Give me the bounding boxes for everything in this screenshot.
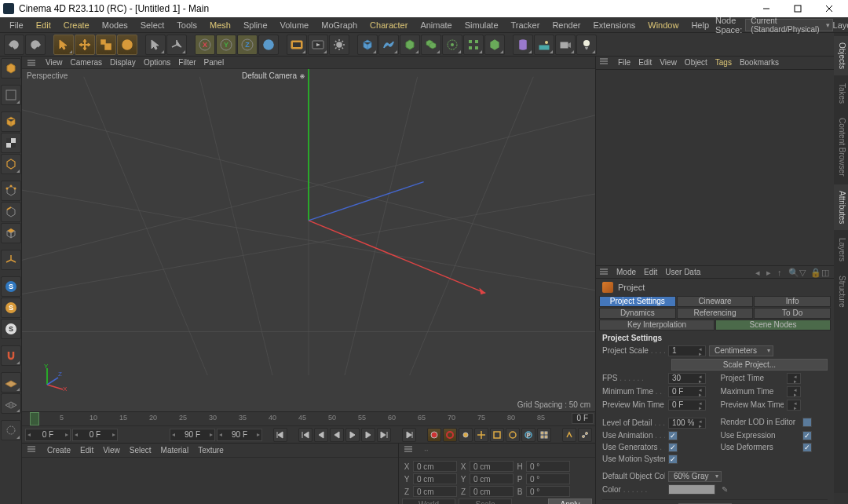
vtab-objects[interactable]: Objects [834, 36, 848, 75]
minimize-button[interactable] [751, 0, 782, 17]
key-rotate[interactable] [506, 428, 520, 442]
mograph-tool[interactable] [463, 35, 484, 55]
attr-menu-icon[interactable] [599, 268, 609, 277]
menu-simulate[interactable]: Simulate [459, 17, 505, 32]
attr-tab-project-settings[interactable]: Project Settings [599, 296, 676, 307]
menu-edit[interactable]: Edit [30, 17, 57, 32]
prev-frame[interactable] [314, 428, 328, 442]
menu-file[interactable]: File [3, 17, 30, 32]
timeline[interactable]: 051015202530354045505560657075808590 0 F [22, 411, 595, 425]
coord-pos-z[interactable]: 0 cm [413, 486, 457, 497]
key-params[interactable]: P [521, 428, 535, 442]
deformer[interactable] [513, 35, 533, 55]
key-toggle-2[interactable] [578, 428, 592, 442]
rlod-check[interactable] [802, 418, 812, 427]
model-mode[interactable] [1, 58, 21, 79]
attr-userdata[interactable]: User Data [665, 268, 700, 276]
menu-select[interactable]: Select [134, 17, 171, 32]
generator-2[interactable] [421, 35, 441, 55]
color-swatch[interactable] [668, 484, 715, 495]
viewport-menu-icon[interactable] [25, 57, 38, 68]
close-button[interactable] [813, 0, 845, 17]
obj-file[interactable]: File [618, 58, 631, 67]
scale-field[interactable]: 1 [668, 345, 706, 356]
anim-check[interactable] [668, 431, 678, 440]
objcolor-combo[interactable]: 60% Gray [668, 471, 722, 482]
obj-view[interactable]: View [660, 58, 677, 67]
mat-texture[interactable]: Texture [198, 446, 224, 455]
autokey[interactable] [443, 428, 457, 442]
def-check[interactable] [802, 443, 812, 452]
mat-menu-icon[interactable] [27, 445, 38, 456]
field[interactable] [442, 35, 462, 55]
attr-back-icon[interactable]: ◂ [755, 268, 765, 277]
coord-pos-y[interactable]: 0 cm [413, 473, 457, 484]
point-mode[interactable] [1, 181, 21, 201]
attr-fwd-icon[interactable]: ▸ [766, 268, 776, 277]
coord-rot-h[interactable]: 0 ° [526, 461, 570, 472]
objects-menu-icon[interactable] [599, 57, 610, 68]
motion-check[interactable] [668, 455, 678, 464]
max-field[interactable] [787, 386, 801, 397]
mat-select[interactable]: Select [130, 446, 152, 455]
camera-tool[interactable] [555, 35, 576, 55]
key-toggle-1[interactable] [562, 428, 576, 442]
workplane-mode[interactable] [1, 154, 21, 174]
vtab-layers[interactable]: Layers [834, 232, 848, 268]
coord-space[interactable]: World [402, 499, 455, 504]
vp-menu-options[interactable]: Options [144, 58, 170, 67]
menu-volume[interactable]: Volume [274, 17, 316, 32]
scale-tool[interactable] [96, 35, 116, 55]
menu-tracker[interactable]: Tracker [505, 17, 546, 32]
coord-size-z[interactable]: 0 cm [470, 486, 514, 497]
apply-button[interactable]: Apply [548, 499, 592, 504]
vtab-content-browser[interactable]: Content Browser [834, 111, 848, 182]
range-end[interactable]: 90 F [170, 429, 215, 441]
obj-tags[interactable]: Tags [715, 58, 732, 67]
attr-tab-to-do[interactable]: To Do [754, 308, 831, 319]
obj-bookmarks[interactable]: Bookmarks [740, 58, 779, 67]
menu-window[interactable]: Window [641, 17, 685, 32]
object-manager[interactable] [596, 70, 834, 266]
menu-create[interactable]: Create [57, 17, 96, 32]
gen-check[interactable] [668, 443, 678, 452]
lod-field[interactable]: 100 % [668, 418, 706, 429]
coord-menu-icon[interactable] [404, 445, 415, 456]
render-settings[interactable] [329, 35, 349, 55]
obj-object[interactable]: Object [685, 58, 707, 67]
workplane-1[interactable] [1, 372, 21, 393]
next-key[interactable] [377, 428, 391, 442]
range-start[interactable]: 0 F [25, 429, 71, 441]
coord-mode[interactable]: Scale [459, 499, 512, 504]
misc-mode[interactable] [1, 420, 21, 440]
vtab-structure[interactable]: Structure [834, 269, 848, 314]
vp-menu-cameras[interactable]: Cameras [71, 58, 103, 67]
snap-toggle[interactable] [1, 345, 21, 366]
undo-button[interactable] [4, 35, 24, 55]
mat-view[interactable]: View [103, 446, 120, 455]
menu-animate[interactable]: Animate [414, 17, 458, 32]
redo-button[interactable] [25, 35, 46, 55]
render-picture-viewer[interactable] [308, 35, 328, 55]
attr-tab-dynamics[interactable]: Dynamics [599, 308, 676, 319]
material-list[interactable] [22, 458, 398, 504]
cube-primitive[interactable] [357, 35, 378, 55]
menu-mesh[interactable]: Mesh [203, 17, 237, 32]
vp-menu-view[interactable]: View [46, 58, 63, 67]
scale-unit[interactable]: Centimeters [709, 345, 773, 356]
y-axis-toggle[interactable]: Y [216, 35, 236, 55]
move-tool[interactable] [75, 35, 95, 55]
z-axis-toggle[interactable]: Z [237, 35, 258, 55]
object-mode[interactable] [1, 111, 21, 132]
coord-collapse-icon[interactable]: ·· [424, 446, 429, 455]
recent-tool[interactable] [145, 35, 166, 55]
x-axis-toggle[interactable]: X [195, 35, 215, 55]
vtab-attributes[interactable]: Attributes [834, 184, 848, 230]
coord-size-x[interactable]: 0 cm [470, 461, 514, 472]
mat-material[interactable]: Material [161, 446, 189, 455]
coord-rot-b[interactable]: 0 ° [526, 486, 570, 497]
menu-spline[interactable]: Spline [237, 17, 274, 32]
spline-primitive[interactable] [378, 35, 399, 55]
world-toggle[interactable] [258, 35, 279, 55]
attr-tab-scene-nodes[interactable]: Scene Nodes [715, 320, 831, 331]
